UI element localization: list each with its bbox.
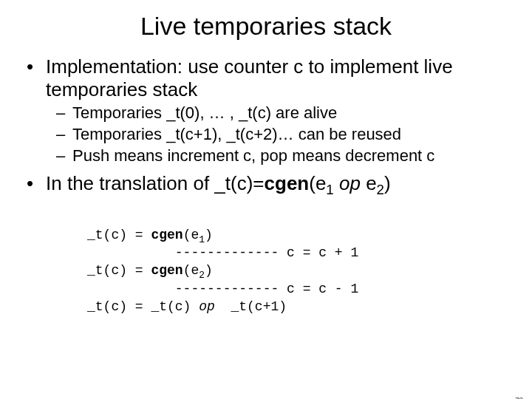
bullet-2: In the translation of _t(c)=cgen(e1 op e… [25,172,507,195]
slide-body: Implementation: use counter c to impleme… [0,55,532,334]
sub-bullet-1c: Push means increment c, pop means decrem… [56,146,507,166]
code-line-5: _t(c) = _t(c) op _t(c+1) [87,299,287,314]
sub-bullet-1b: Temporaries _t(c+1), _t(c+2)… can be reu… [56,125,507,145]
code-block: _t(c) = cgen(e1) ------------- c = c + 1… [87,208,507,334]
bullet-1: Implementation: use counter c to impleme… [25,55,507,166]
bullet-list: Implementation: use counter c to impleme… [25,55,507,195]
sub-bullet-1a: Temporaries _t(0), … , _t(c) are alive [56,103,507,123]
bullet-1-text: Implementation: use counter c to impleme… [46,55,453,100]
code-line-3: _t(c) = cgen(e2) [87,263,213,278]
bullet-2-text: In the translation of _t(c)=cgen(e1 op e… [46,172,391,194]
code-line-2: ------------- c = c + 1 [87,245,358,260]
slide-title: Live temporaries stack [0,12,532,41]
sub-bullet-list-1: Temporaries _t(0), … , _t(c) are alive T… [46,103,507,166]
code-line-1: _t(c) = cgen(e1) [87,228,213,242]
code-line-4: ------------- c = c - 1 [87,282,358,296]
